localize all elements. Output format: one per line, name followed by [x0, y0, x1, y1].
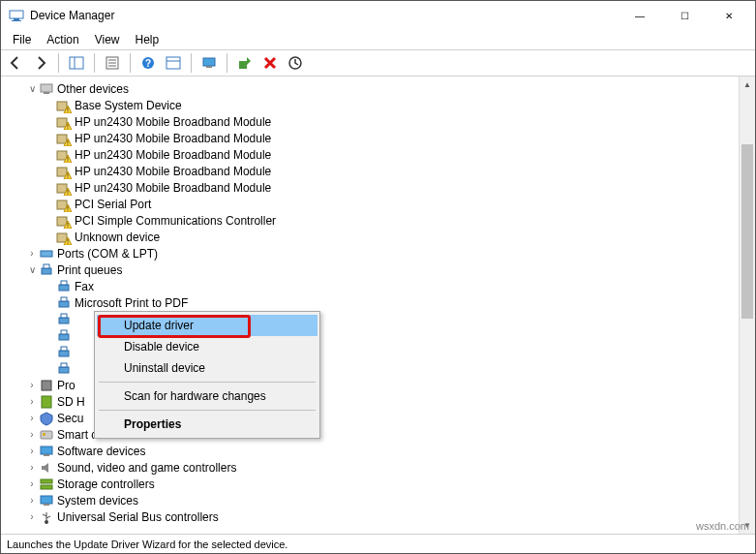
- svg-rect-70: [44, 504, 49, 506]
- printer-icon: [56, 295, 72, 311]
- tree-node-software-devices[interactable]: ›Software devices: [1, 443, 739, 459]
- svg-rect-37: [57, 200, 67, 209]
- warning-device-icon: !: [56, 147, 72, 163]
- chevron-right-icon[interactable]: ›: [26, 511, 38, 522]
- menu-file[interactable]: File: [5, 31, 39, 48]
- menu-action[interactable]: Action: [39, 31, 86, 48]
- tree-node-ports[interactable]: › Ports (COM & LPT): [1, 245, 739, 262]
- security-icon: [39, 411, 54, 426]
- sd-icon: [39, 394, 54, 410]
- tree-label: Pro: [57, 379, 76, 392]
- ctx-properties[interactable]: Properties: [97, 414, 318, 435]
- warning-device-icon: !: [56, 197, 72, 212]
- maximize-button[interactable]: ☐: [662, 1, 707, 30]
- update-driver-button[interactable]: [234, 52, 256, 74]
- svg-rect-34: [57, 184, 67, 193]
- tree-item[interactable]: !HP un2430 Mobile Broadband Module: [1, 113, 739, 130]
- svg-text:!: !: [67, 205, 69, 212]
- svg-rect-61: [42, 381, 51, 390]
- ctx-uninstall-device[interactable]: Uninstall device: [97, 357, 318, 379]
- svg-rect-50: [61, 281, 67, 285]
- chevron-right-icon[interactable]: ›: [26, 396, 38, 407]
- tree-label: System devices: [57, 494, 138, 508]
- tree-node-other-devices[interactable]: ∨ Other devices: [1, 80, 739, 97]
- content-area: ∨ Other devices !Base System Device !HP …: [1, 77, 755, 534]
- svg-rect-28: [57, 151, 67, 160]
- chevron-right-icon[interactable]: ›: [26, 248, 38, 259]
- tree-node-print-queues[interactable]: ∨ Print queues: [1, 262, 739, 278]
- watermark: wsxdn.com: [696, 520, 749, 532]
- svg-rect-54: [61, 314, 67, 318]
- chevron-right-icon[interactable]: ›: [26, 446, 38, 456]
- tree-item[interactable]: !Unknown device: [1, 229, 739, 245]
- scroll-up-button[interactable]: ▲: [740, 77, 755, 93]
- enable-button[interactable]: [285, 52, 306, 74]
- tree-item[interactable]: !HP un2430 Mobile Broadband Module: [1, 179, 739, 196]
- ctx-scan-hardware[interactable]: Scan for hardware changes: [97, 385, 318, 407]
- tree-node-system-devices[interactable]: ›System devices: [1, 492, 739, 508]
- svg-text:!: !: [67, 238, 69, 245]
- tree-label: Ports (COM & LPT): [57, 247, 158, 261]
- chevron-right-icon[interactable]: ›: [26, 495, 38, 506]
- ctx-disable-device[interactable]: Disable device: [97, 336, 318, 357]
- properties-button[interactable]: [102, 52, 123, 74]
- tree-node-sound-video[interactable]: ›Sound, video and game controllers: [1, 459, 739, 476]
- tree-item[interactable]: !HP un2430 Mobile Broadband Module: [1, 163, 739, 179]
- svg-rect-59: [59, 367, 69, 373]
- minimize-button[interactable]: —: [618, 1, 662, 30]
- chevron-right-icon[interactable]: ›: [26, 478, 38, 489]
- tree-label: SD H: [57, 395, 85, 409]
- device-tree[interactable]: ∨ Other devices !Base System Device !HP …: [1, 77, 739, 534]
- printer-icon: [56, 279, 72, 294]
- tree-label: Other devices: [57, 82, 129, 96]
- show-hidden-button[interactable]: [163, 52, 184, 74]
- chevron-down-icon[interactable]: ∨: [26, 83, 38, 94]
- svg-text:!: !: [67, 189, 69, 196]
- toolbar-separator: [58, 53, 59, 73]
- chevron-right-icon[interactable]: ›: [26, 462, 38, 473]
- chevron-down-icon[interactable]: ∨: [26, 264, 38, 275]
- toolbar-separator: [227, 53, 227, 73]
- scan-hardware-button[interactable]: [198, 52, 220, 74]
- ctx-update-driver[interactable]: Update driver: [97, 315, 318, 336]
- usb-icon: [39, 509, 54, 525]
- help-button[interactable]: ?: [137, 52, 159, 74]
- close-button[interactable]: ✕: [707, 1, 751, 30]
- tree-item[interactable]: !PCI Serial Port: [1, 196, 739, 212]
- menu-view[interactable]: View: [87, 31, 128, 48]
- tree-item[interactable]: !HP un2430 Mobile Broadband Module: [1, 130, 739, 146]
- tree-item[interactable]: !Base System Device: [1, 97, 739, 113]
- printer-icon: [56, 345, 72, 360]
- menu-bar: File Action View Help: [1, 30, 755, 49]
- svg-rect-63: [41, 431, 52, 439]
- svg-rect-43: [57, 233, 67, 242]
- svg-rect-0: [10, 11, 23, 18]
- scroll-thumb[interactable]: [741, 144, 753, 319]
- chevron-right-icon[interactable]: ›: [26, 380, 38, 390]
- tree-item[interactable]: !HP un2430 Mobile Broadband Module: [1, 146, 739, 163]
- tree-node-storage[interactable]: ›Storage controllers: [1, 476, 739, 492]
- warning-device-icon: !: [56, 131, 72, 146]
- vertical-scrollbar[interactable]: ▲ ▼: [739, 77, 755, 534]
- tree-label: Fax: [75, 280, 94, 293]
- tree-item-fax[interactable]: Fax: [1, 278, 739, 294]
- svg-rect-2: [12, 20, 21, 21]
- tree-item[interactable]: !PCI Simple Communications Controller: [1, 212, 739, 229]
- svg-rect-19: [57, 102, 67, 110]
- tree-label: Print queues: [57, 263, 122, 277]
- svg-rect-48: [44, 264, 49, 268]
- warning-device-icon: !: [56, 230, 72, 245]
- chevron-right-icon[interactable]: ›: [26, 429, 38, 440]
- chevron-right-icon[interactable]: ›: [26, 413, 38, 423]
- menu-help[interactable]: Help: [128, 31, 167, 48]
- tree-item-print-to-pdf[interactable]: Microsoft Print to PDF: [1, 294, 739, 311]
- warning-device-icon: !: [56, 98, 72, 113]
- printer-icon: [56, 312, 72, 327]
- back-button[interactable]: [5, 52, 26, 74]
- toolbar: ?: [1, 49, 755, 77]
- show-hide-tree-button[interactable]: [66, 52, 87, 74]
- status-text: Launches the Update Driver Wizard for th…: [7, 539, 287, 550]
- uninstall-button[interactable]: [259, 52, 281, 74]
- tree-node-usb[interactable]: ›Universal Serial Bus controllers: [1, 508, 739, 525]
- forward-button[interactable]: [30, 52, 51, 74]
